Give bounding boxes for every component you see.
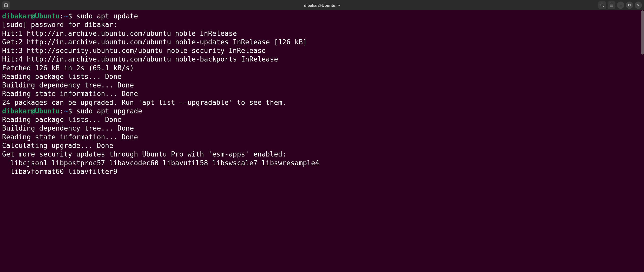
output-line: Get more security updates through Ubuntu… [2,150,642,159]
output-line: Fetched 126 kB in 2s (65.1 kB/s) [2,64,642,72]
prompt-user-host: dibakar@Ubuntu [2,107,60,115]
output-line: Hit:3 http://security.ubuntu.com/ubuntu … [2,46,642,55]
output-text: Hit:4 http://in.archive.ubuntu.com/ubunt… [2,55,278,63]
prompt-path: ~ [64,107,68,115]
output-line: Get:2 http://in.archive.ubuntu.com/ubunt… [2,38,642,46]
output-line: Reading package lists... Done [2,72,642,81]
prompt-colon: : [60,107,64,115]
window-titlebar: dibakar@Ubuntu: ~ [0,0,644,10]
output-text: Reading package lists... Done [2,116,122,124]
output-line: libcjson1 libpostproc57 libavcodec60 lib… [2,159,642,167]
output-text: Get:2 http://in.archive.ubuntu.com/ubunt… [2,38,307,46]
output-line: Hit:4 http://in.archive.ubuntu.com/ubunt… [2,55,642,64]
output-line: Building dependency tree... Done [2,81,642,90]
hamburger-menu-button[interactable] [608,1,615,9]
command-text: sudo apt upgrade [76,107,142,115]
command-text: sudo apt update [76,12,138,20]
output-line: Reading state information... Done [2,133,642,141]
output-text: Reading package lists... Done [2,73,122,80]
output-text: libavformat60 libavfilter9 [2,168,117,175]
output-line: Reading package lists... Done [2,115,642,124]
output-text: Building dependency tree... Done [2,124,134,132]
output-text: Reading state information... Done [2,90,138,98]
output-line: libavformat60 libavfilter9 [2,167,642,176]
prompt-line: dibakar@Ubuntu:~$ sudo apt upgrade [2,107,642,115]
new-tab-button[interactable] [2,1,10,9]
terminal-content: dibakar@Ubuntu:~$ sudo apt update[sudo] … [2,12,642,176]
window-title: dibakar@Ubuntu: ~ [304,3,340,8]
close-button[interactable] [635,2,642,9]
svg-rect-9 [629,4,630,6]
svg-line-4 [603,6,604,7]
output-text: 24 packages can be upgraded. Run 'apt li… [2,99,286,106]
svg-point-3 [601,4,603,6]
maximize-button[interactable] [626,2,633,9]
output-line: 24 packages can be upgraded. Run 'apt li… [2,98,642,107]
output-line: Hit:1 http://in.archive.ubuntu.com/ubunt… [2,29,642,38]
titlebar-right-controls [598,1,642,9]
output-text: [sudo] password for dibakar: [2,21,122,29]
prompt-line: dibakar@Ubuntu:~$ sudo apt update [2,12,642,21]
scrollbar-thumb[interactable] [641,10,644,55]
output-text: libcjson1 libpostproc57 libavcodec60 lib… [2,159,319,167]
search-button[interactable] [598,1,606,9]
prompt-user-host: dibakar@Ubuntu [2,12,60,20]
output-text: Get more security updates through Ubuntu… [2,150,286,158]
output-line: Reading state information... Done [2,90,642,98]
prompt-path: ~ [64,12,68,20]
output-text: Calculating upgrade... Done [2,142,113,149]
output-line: Calculating upgrade... Done [2,141,642,150]
output-text: Reading state information... Done [2,133,138,141]
output-text: Hit:1 http://in.archive.ubuntu.com/ubunt… [2,30,237,37]
prompt-dollar: $ [68,107,76,115]
output-text: Hit:3 http://security.ubuntu.com/ubuntu … [2,47,266,55]
output-text: Fetched 126 kB in 2s (65.1 kB/s) [2,64,134,72]
minimize-button[interactable] [617,2,624,9]
output-line: Building dependency tree... Done [2,124,642,133]
terminal-viewport[interactable]: dibakar@Ubuntu:~$ sudo apt update[sudo] … [0,10,644,272]
prompt-colon: : [60,12,64,20]
output-line: [sudo] password for dibakar: [2,21,642,29]
prompt-dollar: $ [68,12,76,20]
output-text: Building dependency tree... Done [2,81,134,89]
titlebar-left-controls [2,1,10,9]
